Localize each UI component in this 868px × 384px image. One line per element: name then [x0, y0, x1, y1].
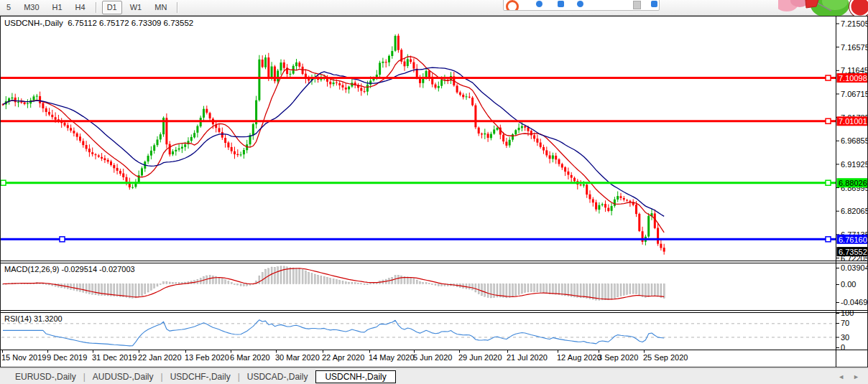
tab-scroll-left-icon[interactable]: ◄ — [834, 373, 849, 380]
date-label: 12 Aug 2020 — [557, 353, 601, 362]
chart-title: USDCNH-,Daily 6.75112 6.75172 6.73309 6.… — [4, 19, 193, 27]
price-tick-label: 7.06715 — [841, 90, 868, 98]
toolbar-separator — [177, 2, 178, 13]
date-label: 22 Apr 2020 — [322, 353, 364, 362]
tab-eurusd-daily[interactable]: EURUSD-,Daily — [9, 370, 83, 383]
macd-axis-label: -0.046959 — [841, 298, 868, 306]
line-handle[interactable] — [60, 237, 65, 242]
floating-toolbar — [503, 0, 660, 11]
date-label: 30 Mar 2020 — [275, 353, 320, 362]
current-price-label: 6.73552 — [839, 248, 867, 256]
chart-title-quotes: 6.75112 6.75172 6.73309 6.73552 — [68, 19, 193, 27]
tab-audusd-daily[interactable]: AUDUSD-,Daily — [86, 370, 160, 383]
mascot-graphic — [778, 0, 868, 16]
toolbar-separator — [96, 2, 97, 13]
timeframe-toolbar: 5M30H1H4D1W1MN — [0, 0, 868, 16]
date-label: 9 Dec 2019 — [47, 353, 87, 362]
line-handle[interactable] — [826, 75, 831, 80]
price-tick-label: 6.96855 — [841, 136, 868, 145]
timeframe-button-d1[interactable]: D1 — [102, 1, 122, 14]
blue-dot-icon[interactable] — [536, 1, 542, 7]
rsi-axis-label: 30 — [841, 333, 849, 342]
line-handle[interactable] — [1, 180, 6, 185]
level-price-label: 6.76160 — [839, 235, 867, 244]
level-price-label: 7.10098 — [839, 74, 867, 83]
document-icon[interactable] — [633, 1, 641, 9]
blue-round-icon[interactable] — [577, 1, 583, 7]
chart-tab-bar: EURUSD-,Daily|AUDUSD-,Daily|USDCHF-,Dail… — [0, 368, 868, 384]
price-tick-label: 6.91925 — [841, 160, 868, 169]
mascot-svg — [778, 0, 868, 16]
macd-axis-label: 0.00 — [841, 280, 856, 289]
timeframe-button-mn[interactable]: MN — [149, 1, 172, 14]
date-label: 21 Jul 2020 — [507, 353, 548, 362]
timeframe-button-h1[interactable]: H1 — [47, 1, 68, 14]
timeframe-buttons: 5M30H1H4D1W1MN — [0, 1, 182, 14]
rsi-axis-label: 0 — [841, 343, 845, 352]
line-handle[interactable] — [826, 180, 831, 185]
date-label: 25 Sep 2020 — [643, 353, 688, 362]
date-label: 5 Jun 2020 — [413, 353, 452, 362]
date-label: 6 Mar 2020 — [230, 353, 270, 362]
date-label: 31 Dec 2019 — [92, 353, 137, 362]
macd-axis-label: 0.039044 — [841, 263, 868, 272]
date-label: 3 Sep 2020 — [598, 353, 638, 362]
timeframe-button-h4[interactable]: H4 — [70, 1, 91, 14]
tab-usdcad-daily[interactable]: USDCAD-,Daily — [241, 370, 315, 383]
price-tick-label: 7.21505 — [841, 19, 868, 28]
chart-tabs: EURUSD-,Daily|AUDUSD-,Daily|USDCHF-,Dail… — [9, 370, 397, 383]
date-label: 29 Jun 2020 — [458, 353, 502, 362]
timeframe-button-m30[interactable]: M30 — [19, 1, 44, 14]
tab-usdchf-daily[interactable]: USDCHF-,Daily — [164, 370, 237, 383]
level-price-label: 6.88026 — [839, 179, 867, 187]
blue-square-icon[interactable] — [651, 1, 657, 7]
tab-scroll-right-icon[interactable]: ► — [849, 373, 864, 380]
price-axis[interactable]: 7.215057.165757.116457.067157.017856.968… — [836, 16, 868, 367]
blue-tool-icon[interactable] — [558, 1, 564, 7]
tab-usdcnh-daily[interactable]: USDCNH-,Daily — [315, 370, 395, 383]
rsi-label: RSI(14) 31.3200 — [4, 314, 63, 323]
level-price-label: 7.01001 — [839, 117, 867, 126]
macd-label: MACD(12,26,9) -0.029514 -0.027003 — [4, 265, 135, 273]
date-label: 14 May 2020 — [369, 353, 415, 362]
price-tick-label: 6.82065 — [841, 207, 868, 215]
metatrader-window: 5M30H1H4D1W1MN 7.215057.165 — [0, 0, 868, 384]
date-label: 22 Jan 2020 — [138, 353, 182, 362]
tab-scroll-arrows: ◄► — [834, 373, 864, 380]
price-tick-label: 7.16575 — [841, 43, 868, 52]
chart-title-symbol: USDCNH-,Daily — [4, 19, 63, 27]
date-label: 15 Nov 2019 — [1, 353, 46, 362]
date-label: 13 Feb 2020 — [185, 353, 229, 362]
timeframe-button-5[interactable]: 5 — [1, 1, 16, 14]
rsi-axis-label: 70 — [841, 319, 849, 327]
line-handle[interactable] — [826, 237, 831, 242]
timeframe-button-w1[interactable]: W1 — [125, 1, 147, 14]
chart-canvas[interactable]: 7.215057.165757.116457.067157.017856.968… — [0, 0, 868, 384]
line-handle[interactable] — [826, 118, 831, 123]
orange-logo-icon[interactable] — [506, 0, 519, 11]
